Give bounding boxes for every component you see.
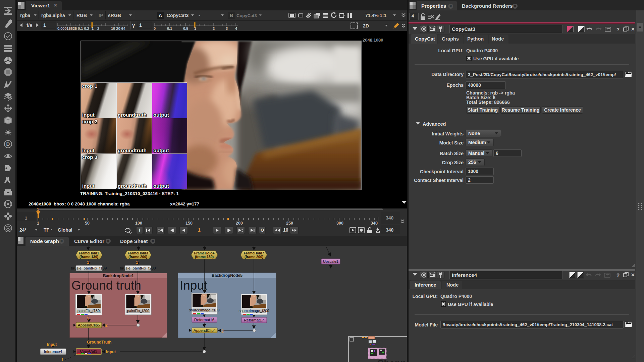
svg-text:1: 1 (194, 26, 196, 30)
svg-text:paintFix_f139: paintFix_f139 (77, 309, 100, 313)
svg-text:AppendClip4: AppendClip4 (194, 328, 216, 333)
svg-text:Ground truth: Ground truth (71, 279, 141, 292)
svg-text:2: 2 (105, 323, 108, 328)
svg-text:(frame 200): (frame 200) (245, 255, 263, 259)
svg-text:BackdropNode5: BackdropNode5 (212, 273, 243, 278)
svg-text:Reformat17: Reformat17 (244, 318, 264, 322)
svg-text:sourceImage_f139: sourceImage_f139 (189, 308, 219, 312)
svg-text:brusie_paintFix_f200: brusie_paintFix_f200 (120, 266, 156, 270)
svg-text:Input: Input (47, 342, 57, 347)
svg-text:0.1: 0.1 (167, 26, 172, 30)
svg-text:200: 200 (236, 221, 243, 225)
svg-text:1: 1 (37, 208, 39, 212)
svg-text:paintFix_f200: paintFix_f200 (127, 309, 149, 313)
svg-text:(frame 200): (frame 200) (128, 255, 147, 259)
svg-text:1: 1 (37, 221, 39, 225)
svg-text:Channel Coun: Channel Coun (377, 358, 407, 362)
svg-text:Reformat16: Reformat16 (194, 318, 214, 322)
svg-text:sourceImage_f200: sourceImage_f200 (238, 309, 269, 313)
svg-text:300: 300 (336, 221, 343, 225)
svg-text:GroundTruth: GroundTruth (87, 340, 111, 345)
svg-text:Inference4: Inference4 (44, 350, 62, 354)
svg-text:10 20 64: 10 20 64 (111, 26, 126, 30)
svg-text:Input: Input (106, 350, 116, 354)
svg-text:1: 1 (87, 260, 89, 265)
svg-text:D: D (6, 141, 10, 147)
svg-text:0: 0 (154, 26, 156, 30)
svg-text:1: 1 (87, 316, 89, 321)
svg-text:250: 250 (286, 221, 293, 225)
svg-text:brusie_paintFix_f139: brusie_paintFix_f139 (71, 266, 107, 270)
svg-text:0.5: 0.5 (183, 26, 188, 30)
svg-text:0.00015625 0.1 0.2: 0.00015625 0.1 0.2 (57, 26, 89, 30)
svg-text:150: 150 (185, 221, 193, 225)
svg-text:(frame 139): (frame 139) (79, 255, 98, 259)
svg-text:Upscale1: Upscale1 (323, 259, 338, 263)
svg-text:2: 2 (213, 26, 215, 30)
svg-text:2: 2 (97, 26, 99, 30)
svg-text:CopyCat3: CopyCat3 (80, 349, 97, 353)
svg-text:(frame 139): (frame 139) (195, 255, 214, 259)
svg-text:4: 4 (235, 26, 237, 30)
svg-text:50: 50 (85, 221, 90, 225)
svg-text:3: 3 (226, 26, 228, 30)
svg-text:100: 100 (135, 221, 142, 225)
svg-text:340: 340 (371, 221, 378, 225)
svg-text:2: 2 (221, 329, 224, 334)
svg-text:AppendClip5: AppendClip5 (78, 323, 100, 327)
svg-text:1: 1 (92, 26, 94, 30)
svg-text:1: 1 (61, 358, 64, 362)
svg-text:Input: Input (180, 279, 208, 292)
svg-text:1: 1 (136, 260, 138, 265)
svg-text:BackdropNode1: BackdropNode1 (103, 274, 134, 278)
